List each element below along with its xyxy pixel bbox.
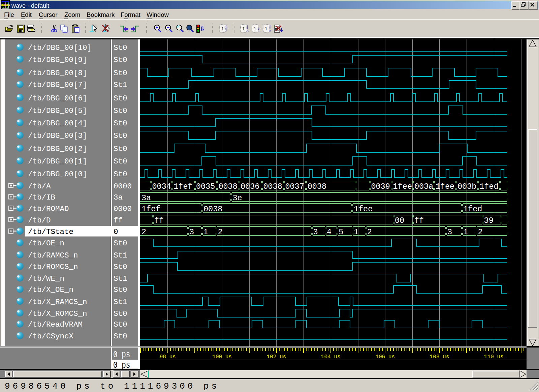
svg-text:/tb/DBG_00[2]: /tb/DBG_00[2] xyxy=(28,145,87,153)
svg-text:4: 4 xyxy=(327,228,331,237)
svg-text:/tb/DBG_00[4]: /tb/DBG_00[4] xyxy=(28,119,87,128)
svg-text:/tb/X_RAMCS_n: /tb/X_RAMCS_n xyxy=(28,298,87,306)
svg-text:St0: St0 xyxy=(114,131,127,140)
svg-text:/tb/D: /tb/D xyxy=(28,216,51,225)
svg-text:3a: 3a xyxy=(141,193,151,203)
svg-text:St1: St1 xyxy=(114,274,127,283)
svg-text:1: 1 xyxy=(463,228,468,237)
svg-text:1: 1 xyxy=(354,228,359,237)
svg-text:St0: St0 xyxy=(114,119,127,128)
svg-text:0000: 0000 xyxy=(114,205,132,213)
svg-text:/tb/A: /tb/A xyxy=(28,182,51,191)
svg-text:3a: 3a xyxy=(114,193,123,202)
svg-text:ff: ff xyxy=(154,216,164,225)
svg-text:St0: St0 xyxy=(114,157,127,166)
svg-text:5: 5 xyxy=(339,228,343,237)
svg-text:1: 1 xyxy=(221,26,224,32)
svg-text:003a: 003a xyxy=(414,182,433,191)
svg-text:St0: St0 xyxy=(114,145,127,153)
svg-text:1: 1 xyxy=(203,228,208,237)
svg-text:0037: 0037 xyxy=(285,182,304,191)
svg-text:/tb/ROMCS_n: /tb/ROMCS_n xyxy=(28,263,78,271)
svg-text:0038: 0038 xyxy=(218,182,237,191)
svg-text:003b: 003b xyxy=(457,182,476,191)
svg-text:St0: St0 xyxy=(114,320,127,329)
svg-text:/tb/WE_n: /tb/WE_n xyxy=(28,274,64,283)
svg-text:0: 0 xyxy=(114,228,118,236)
svg-text:1fed: 1fed xyxy=(479,182,498,191)
svg-text:1fee: 1fee xyxy=(393,182,412,191)
svg-text:/tb/ReadVRAM: /tb/ReadVRAM xyxy=(28,320,83,329)
svg-text:2: 2 xyxy=(478,228,483,237)
svg-text:102 us: 102 us xyxy=(267,354,286,360)
svg-text:0035: 0035 xyxy=(196,182,215,191)
svg-text:1fee: 1fee xyxy=(436,182,454,191)
svg-text:/tb/DBG_00[3]: /tb/DBG_00[3] xyxy=(28,131,87,140)
svg-text:St0: St0 xyxy=(114,94,127,103)
svg-text:St0: St0 xyxy=(114,309,127,318)
svg-text:00: 00 xyxy=(395,216,404,225)
svg-text:St0: St0 xyxy=(114,69,127,78)
svg-text:2: 2 xyxy=(367,228,372,237)
svg-text:108 us: 108 us xyxy=(430,354,449,360)
svg-text:/tb/DBG_00[10]: /tb/DBG_00[10] xyxy=(28,43,92,52)
svg-text:106 us: 106 us xyxy=(375,354,395,360)
svg-text:/tb/X_OE_n: /tb/X_OE_n xyxy=(28,285,73,294)
svg-text:3: 3 xyxy=(189,228,194,237)
svg-text:39: 39 xyxy=(484,216,494,225)
svg-text:3: 3 xyxy=(447,228,452,237)
svg-text:/tb/DBG_00[7]: /tb/DBG_00[7] xyxy=(28,81,87,89)
svg-text:/tb/OE_n: /tb/OE_n xyxy=(28,239,64,248)
svg-text:0038: 0038 xyxy=(203,205,222,214)
svg-text:1fef: 1fef xyxy=(173,182,192,191)
svg-text:3e: 3e xyxy=(232,193,242,203)
svg-text:/tb/X_ROMCS_n: /tb/X_ROMCS_n xyxy=(28,309,87,318)
svg-text:1fef: 1fef xyxy=(141,205,160,214)
svg-text:2: 2 xyxy=(218,228,223,237)
svg-text:98 us: 98 us xyxy=(160,354,176,360)
svg-text:/tb/TState: /tb/TState xyxy=(28,228,73,236)
svg-text:1: 1 xyxy=(253,26,256,32)
svg-text:/tb/DBG_00[8]: /tb/DBG_00[8] xyxy=(28,69,87,78)
svg-text:1: 1 xyxy=(242,26,245,32)
svg-text:1fed: 1fed xyxy=(463,205,482,214)
svg-text:0000: 0000 xyxy=(114,182,132,191)
svg-text:ff: ff xyxy=(414,216,424,225)
svg-text:St0: St0 xyxy=(114,332,127,341)
svg-text:/tb/DBG_00[5]: /tb/DBG_00[5] xyxy=(28,107,87,115)
svg-text:/tb/DBG_00[1]: /tb/DBG_00[1] xyxy=(28,157,87,166)
svg-text:2: 2 xyxy=(141,228,146,237)
svg-text:/tb/ROMAD: /tb/ROMAD xyxy=(28,205,69,213)
svg-text:0039: 0039 xyxy=(371,182,390,191)
svg-text:1: 1 xyxy=(264,26,267,32)
svg-text:/tb/DBG_00[9]: /tb/DBG_00[9] xyxy=(28,56,87,64)
svg-text:0034: 0034 xyxy=(152,182,171,191)
svg-text:St0: St0 xyxy=(114,43,127,52)
svg-text:/tb/RAMCS_n: /tb/RAMCS_n xyxy=(28,251,78,260)
svg-text:St1: St1 xyxy=(114,251,127,260)
svg-text:St1: St1 xyxy=(114,298,127,306)
svg-text:St1: St1 xyxy=(114,81,127,89)
svg-text:/tb/CSyncX: /tb/CSyncX xyxy=(28,332,74,341)
svg-text:104 us: 104 us xyxy=(321,354,341,360)
svg-text:St0: St0 xyxy=(114,170,127,179)
svg-text:ff: ff xyxy=(114,216,123,225)
svg-text:100 us: 100 us xyxy=(212,354,232,360)
svg-text:St0: St0 xyxy=(114,263,127,271)
svg-text:St0: St0 xyxy=(114,239,127,248)
svg-text:0038: 0038 xyxy=(263,182,282,191)
svg-text:1fee: 1fee xyxy=(354,205,373,214)
svg-text:St0: St0 xyxy=(114,107,127,115)
svg-text:/tb/DBG_00[6]: /tb/DBG_00[6] xyxy=(28,94,87,103)
svg-text:St0: St0 xyxy=(114,285,127,294)
svg-text:0038: 0038 xyxy=(308,182,326,191)
svg-text:St0: St0 xyxy=(114,56,127,64)
svg-text:/tb/DBG_00[0]: /tb/DBG_00[0] xyxy=(28,170,87,179)
svg-text:110 us: 110 us xyxy=(484,354,504,360)
svg-text:3: 3 xyxy=(313,228,318,237)
svg-text:/tb/IB: /tb/IB xyxy=(28,193,55,202)
svg-text:0036: 0036 xyxy=(241,182,259,191)
